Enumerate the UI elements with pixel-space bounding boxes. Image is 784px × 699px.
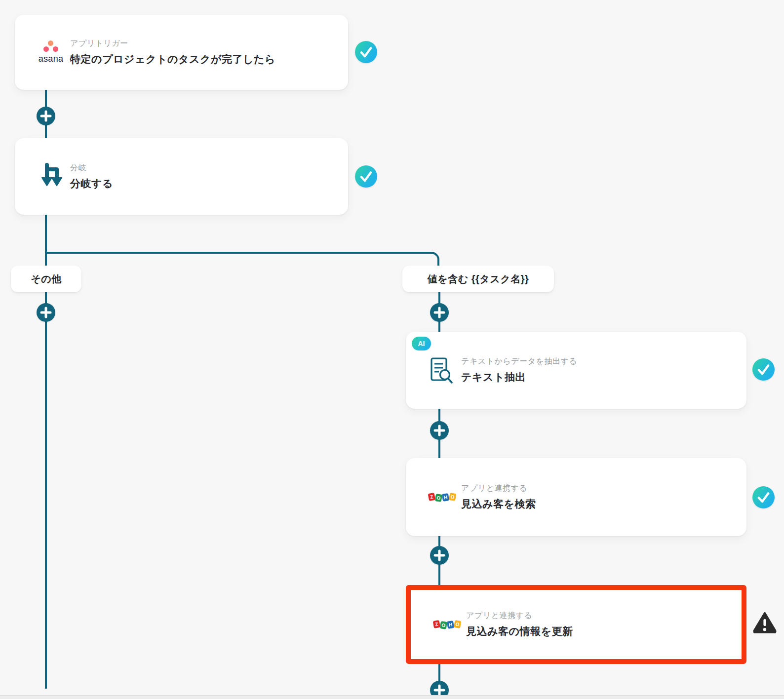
zoho-update-type-label: アプリと連携する [466,611,573,621]
check-icon [355,165,377,188]
zoho-update-title: 見込み客の情報を更新 [466,624,573,638]
check-icon [752,358,775,381]
zoho-logo-icon: Z O H O [428,621,466,628]
zoho-letter: Z [432,620,440,628]
warning-icon [752,611,778,633]
branch-label-other[interactable]: その他 [11,266,81,292]
asana-logo-icon: asana [32,40,70,64]
text-extract-card-body: テキストからデータを抽出する テキスト抽出 [406,355,746,385]
branch-corner-line [46,252,439,274]
text-extract-type-label: テキストからデータを抽出する [461,356,577,367]
zoho-update-card-body: Z O H O アプリと連携する 見込み客の情報を更新 [411,611,742,638]
trigger-type-label: アプリトリガー [70,39,275,49]
node-card-branch[interactable]: 分岐 分岐する [15,138,348,215]
add-step-button-1[interactable] [37,107,55,125]
zoho-update-error-badge [752,611,778,633]
plus-icon [430,303,449,322]
check-icon [355,41,377,63]
zoho-letter: O [448,493,456,501]
branch-label-contains-value[interactable]: 値を含む {{タスク名}} [402,266,554,292]
plus-icon [430,421,449,440]
zoho-letter: O [434,494,442,502]
plus-icon [37,107,55,125]
branch-icon [32,162,70,191]
zoho-search-type-label: アプリと連携する [461,483,536,494]
trigger-status-badge [355,41,377,63]
zoho-letter: Z [428,493,435,501]
ai-badge: AI [412,337,431,350]
node-card-zoho-search[interactable]: Z O H O アプリと連携する 見込み客を検索 [406,458,746,536]
trigger-card-body: asana アプリトリガー 特定のプロジェクトのタスクが完了したら [15,39,348,66]
asana-wordmark: asana [39,54,64,64]
text-extract-title: テキスト抽出 [461,370,577,384]
add-step-button-3[interactable] [430,303,449,322]
zoho-letter: O [453,620,461,628]
zoho-letter: H [447,621,454,629]
zoho-logo-icon: Z O H O [423,494,461,501]
plus-icon [37,303,55,322]
document-search-icon [423,355,461,385]
node-card-text-extract[interactable]: AI テキストからデータを抽出する テキスト抽出 [406,332,746,409]
node-card-trigger[interactable]: asana アプリトリガー 特定のプロジェクトのタスクが完了したら [15,15,348,90]
add-step-button-4[interactable] [430,421,449,440]
text-extract-status-badge [752,358,775,381]
trigger-title: 特定のプロジェクトのタスクが完了したら [70,52,275,66]
branch-status-badge [355,165,377,188]
asana-dots-icon [42,40,59,52]
branch-title: 分岐する [70,177,113,191]
add-step-button-2[interactable] [37,303,55,322]
plus-icon [430,546,449,565]
node-card-zoho-update[interactable]: Z O H O アプリと連携する 見込み客の情報を更新 [406,585,746,664]
branch-card-body: 分岐 分岐する [15,162,348,191]
zoho-search-card-body: Z O H O アプリと連携する 見込み客を検索 [406,483,746,511]
zoho-search-title: 見込み客を検索 [461,497,536,511]
zoho-letter: O [439,621,447,629]
branch-type-label: 分岐 [70,163,113,173]
check-icon [752,486,775,508]
branch-label-other-text: その他 [31,272,61,286]
canvas-bottom-edge [0,695,784,699]
workflow-canvas: asana アプリトリガー 特定のプロジェクトのタスクが完了したら [0,0,784,699]
zoho-search-status-badge [752,486,775,508]
branch-label-contains-value-text: 値を含む {{タスク名}} [428,272,529,286]
zoho-letter: H [442,493,449,502]
ai-badge-text: AI [418,340,425,348]
add-step-button-5[interactable] [430,546,449,565]
